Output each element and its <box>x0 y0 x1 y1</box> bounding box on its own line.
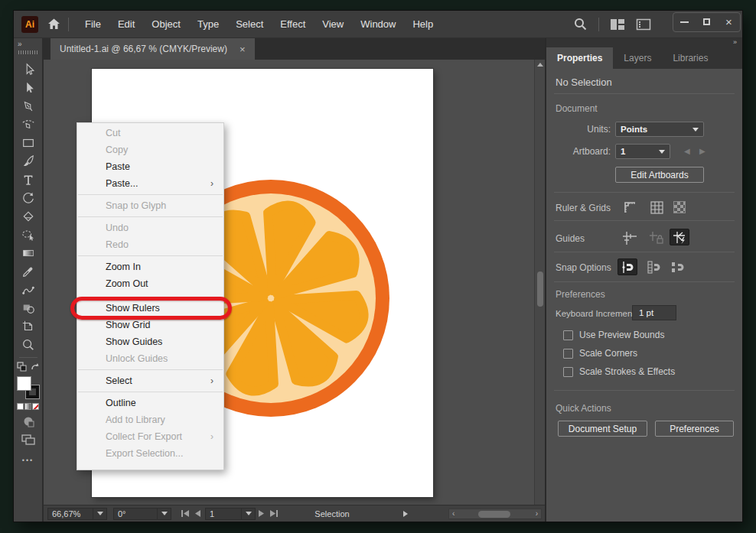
more-tools-button[interactable]: ••• <box>22 457 34 464</box>
context-menu-item-zoom-out[interactable]: Zoom Out <box>77 275 223 292</box>
drawing-modes-button[interactable] <box>15 412 42 431</box>
context-menu-item-cut[interactable]: Cut <box>77 125 223 141</box>
close-button[interactable]: × <box>718 13 740 31</box>
lock-guides-toggle[interactable] <box>647 229 666 246</box>
menu-file[interactable]: File <box>77 18 109 30</box>
scroll-up-icon[interactable] <box>537 63 543 67</box>
eyedropper-tool[interactable] <box>15 262 42 281</box>
rectangle-tool[interactable] <box>15 134 42 152</box>
rotate-tool[interactable] <box>15 189 42 207</box>
document-tab[interactable]: Untitled-1.ai @ 66,67 % (CMYK/Preview) × <box>51 38 255 60</box>
context-menu-item-redo[interactable]: Redo <box>77 236 223 253</box>
horizontal-scrollbar[interactable]: ‹ › <box>448 509 542 519</box>
artboard-dropdown[interactable]: 1 <box>615 144 670 159</box>
scale-corners-checkbox[interactable]: Scale Corners <box>563 348 637 359</box>
horizontal-scroll-thumb[interactable] <box>478 511 510 518</box>
pen-tool[interactable] <box>15 97 42 115</box>
last-artboard-button[interactable] <box>268 510 280 517</box>
context-menu-item-show-rulers[interactable]: Show Rulers <box>77 300 223 317</box>
scale-strokes-effects-checkbox[interactable]: Scale Strokes & Effects <box>563 366 675 377</box>
context-menu-item-select[interactable]: Select › <box>77 372 223 389</box>
keyboard-increment-input[interactable]: 1 pt <box>632 305 676 320</box>
use-preview-bounds-checkbox[interactable]: Use Preview Bounds <box>563 330 664 340</box>
maximize-button[interactable] <box>696 13 718 31</box>
menu-help[interactable]: Help <box>404 18 442 30</box>
menu-type[interactable]: Type <box>189 18 227 30</box>
color-swatch[interactable] <box>17 403 24 410</box>
edit-artboards-button[interactable]: Edit Artboards <box>615 167 704 183</box>
context-menu-item-paste[interactable]: Paste <box>77 158 223 175</box>
context-menu-item-export-selection[interactable]: Export Selection... <box>77 445 223 462</box>
fill-stroke-indicator[interactable] <box>17 376 40 399</box>
menu-window[interactable]: Window <box>352 18 404 30</box>
context-menu-item-show-grid[interactable]: Show Grid <box>77 317 223 333</box>
preferences-button[interactable]: Preferences <box>655 421 734 437</box>
menu-effect[interactable]: Effect <box>272 18 314 30</box>
screen-mode-button[interactable] <box>15 431 42 449</box>
workspace-switcher-button[interactable] <box>607 19 628 30</box>
menu-select[interactable]: Select <box>227 18 272 30</box>
show-guides-toggle[interactable] <box>620 229 640 246</box>
search-button[interactable] <box>569 18 591 31</box>
minimize-button[interactable] <box>673 13 696 31</box>
context-menu-item-snap-to-glyph[interactable]: Snap to Glyph <box>77 197 223 214</box>
smart-guides-toggle[interactable] <box>670 229 689 245</box>
selection-tool[interactable] <box>15 60 42 79</box>
status-expand-icon[interactable] <box>403 511 408 517</box>
direct-selection-tool[interactable] <box>15 79 42 97</box>
next-artboard-button[interactable] <box>256 510 268 517</box>
home-button[interactable] <box>47 18 60 30</box>
show-rulers-toggle[interactable] <box>620 199 640 216</box>
context-menu-item-outline[interactable]: Outline <box>77 395 223 411</box>
panel-collapse-icon[interactable]: » <box>546 38 742 47</box>
curvature-tool[interactable] <box>15 115 42 134</box>
menu-object[interactable]: Object <box>143 18 189 30</box>
zoom-level-dropdown[interactable] <box>93 508 107 520</box>
scroll-left-icon[interactable]: ‹ <box>452 509 455 518</box>
vertical-scrollbar[interactable] <box>534 60 545 505</box>
previous-artboard-icon[interactable]: ◀ <box>684 147 690 155</box>
gradient-tool[interactable] <box>15 244 42 262</box>
context-menu-item-collect-for-export[interactable]: Collect For Export › <box>77 428 223 445</box>
arrange-documents-button[interactable] <box>633 19 654 30</box>
snap-to-grid-toggle[interactable] <box>644 258 664 275</box>
show-grid-toggle[interactable] <box>647 199 666 216</box>
context-menu-item-paste-options[interactable]: Paste... › <box>77 175 223 192</box>
context-menu-item-zoom-in[interactable]: Zoom In <box>77 258 223 275</box>
toolbar-collapse-icon[interactable]: » <box>18 40 23 48</box>
app-logo[interactable]: Ai <box>21 16 38 33</box>
artboard-tool[interactable] <box>15 317 42 336</box>
next-artboard-icon[interactable]: ▶ <box>699 147 705 155</box>
show-transparency-grid-toggle[interactable] <box>670 199 689 216</box>
menu-edit[interactable]: Edit <box>109 18 143 30</box>
gradient-swatch[interactable] <box>24 403 31 410</box>
none-swatch[interactable] <box>32 403 39 410</box>
artboard-number-field[interactable]: 1 <box>205 508 242 520</box>
blend-tool[interactable] <box>15 281 42 299</box>
previous-artboard-button[interactable] <box>191 510 204 517</box>
document-setup-button[interactable]: Document Setup <box>558 421 647 437</box>
snap-to-pixel-toggle[interactable] <box>668 258 688 275</box>
context-menu-item-unlock-guides[interactable]: Unlock Guides <box>77 350 223 367</box>
rotation-field[interactable]: 0° <box>113 508 158 520</box>
rotation-dropdown[interactable] <box>158 508 171 520</box>
tab-layers[interactable]: Layers <box>613 47 662 69</box>
tab-libraries[interactable]: Libraries <box>662 47 719 69</box>
snap-to-point-toggle[interactable] <box>618 258 637 275</box>
context-menu-item-undo[interactable]: Undo <box>77 219 223 236</box>
fill-stroke-mini-controls[interactable] <box>15 361 42 375</box>
type-tool[interactable] <box>15 171 42 189</box>
zoom-level-field[interactable]: 66,67% <box>47 508 93 520</box>
toolbar-grip[interactable] <box>18 50 38 54</box>
zoom-tool[interactable] <box>15 336 42 354</box>
lasso-tool[interactable] <box>15 226 42 244</box>
eraser-tool[interactable] <box>15 207 42 226</box>
menu-view[interactable]: View <box>314 18 352 30</box>
tab-close-icon[interactable]: × <box>240 44 246 55</box>
shape-builder-tool[interactable] <box>15 299 42 317</box>
first-artboard-button[interactable] <box>179 510 191 517</box>
context-menu-item-copy[interactable]: Copy <box>77 141 223 158</box>
paintbrush-tool[interactable] <box>15 152 42 171</box>
tab-properties[interactable]: Properties <box>546 47 613 69</box>
units-dropdown[interactable]: Points <box>615 122 704 137</box>
